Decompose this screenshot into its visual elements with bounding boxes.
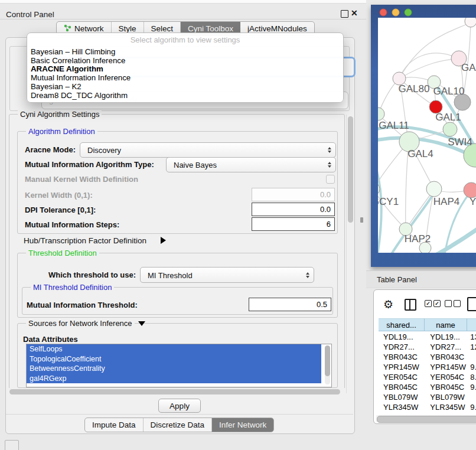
select-all-checkboxes-icon[interactable]: ✓✓ — [425, 300, 441, 307]
settings-horizontal-scrollbar[interactable] — [8, 388, 346, 396]
algorithm-popup-prompt: Select algorithm to view settings — [27, 35, 343, 44]
data-attributes-label: Data Attributes — [23, 335, 78, 344]
table-row[interactable]: YDR27...YDR27...12 — [379, 342, 476, 352]
node-hap4[interactable] — [426, 181, 442, 197]
which-threshold-value: MI Threshold — [148, 270, 193, 279]
mi-threshold-field[interactable]: 0.5 — [249, 298, 331, 311]
label-gal10: GAL10 — [433, 86, 465, 97]
tab-jactivemnodules-label: jActiveMNodules — [247, 24, 307, 33]
kernel-width-field[interactable]: 0.0 — [252, 188, 335, 201]
popup-item-basic-correlation[interactable]: Basic Correlation Inference — [31, 57, 340, 66]
label-hap4: HAP4 — [433, 196, 459, 207]
list-item-gal4rgexp[interactable]: gal4RGexp — [27, 374, 321, 384]
columns-icon[interactable] — [405, 299, 416, 311]
hub-expand-arrow-icon[interactable] — [161, 237, 166, 244]
table-row[interactable]: YIL052CYIL052C9 — [379, 412, 476, 415]
float-panel-icon[interactable] — [341, 10, 348, 18]
table-header-row: shared... name — [379, 318, 476, 331]
column-header-partial[interactable] — [467, 318, 476, 331]
manual-kernel-width-label: Manual Kernel Width Definition — [25, 175, 138, 184]
table-row[interactable]: YBR043CYBR043C — [379, 352, 476, 362]
deselect-all-checkboxes-icon[interactable] — [445, 300, 461, 307]
label-swi4: SWI4 — [448, 136, 472, 148]
column-header-shared-name[interactable]: shared... — [379, 318, 425, 331]
sources-collapse-arrow-icon[interactable] — [138, 321, 145, 326]
data-attributes-list[interactable]: SelfLoops TopologicalCoefficient Between… — [26, 344, 332, 387]
close-panel-icon[interactable]: ✕ — [351, 8, 358, 18]
algorithm-popup: Select algorithm to view settings Bayesi… — [27, 32, 344, 103]
node-gal1[interactable] — [443, 122, 457, 136]
mi-steps-label: Mutual Information Steps: — [25, 220, 119, 229]
tab-select-label: Select — [151, 24, 174, 33]
popup-item-dream8[interactable]: Dream8 DC_TDC Algorithm — [31, 92, 340, 100]
tab-infer-network[interactable]: Infer Network — [212, 418, 273, 432]
list-item-selfloops[interactable]: SelfLoops — [27, 344, 321, 354]
kernel-width-value: 0.0 — [320, 190, 331, 199]
kernel-width-label: Kernel Width (0,1): — [25, 191, 93, 200]
threshold-definition-title: Threshold Definition — [26, 249, 99, 257]
tab-network-label: Network — [74, 24, 104, 33]
aracne-mode-combobox[interactable]: Discovery — [80, 142, 336, 158]
mi-threshold-definition-title: MI Threshold Definition — [31, 283, 114, 292]
table-panel-title: Table Panel — [377, 275, 417, 284]
popup-item-mutual-information[interactable]: Mutual Information Inference — [31, 74, 340, 83]
dpi-tolerance-label: DPI Tolerance [0,1]: — [25, 206, 96, 214]
attribute-list-scrollbar[interactable] — [325, 345, 330, 384]
table-row[interactable]: YDL19...YDL19...13 — [379, 332, 476, 342]
tab-impute-data[interactable]: Impute Data — [85, 418, 144, 432]
mi-steps-field[interactable]: 6 — [252, 217, 335, 231]
app: Control Panel ✕ Network Style Select Cyn… — [0, 0, 476, 450]
table-row[interactable]: YBR045CYBR045C9. — [379, 382, 476, 392]
aracne-mode-value: Discovery — [87, 146, 121, 155]
tab-style-label: Style — [119, 24, 136, 33]
cyni-bottom-tabbar: Impute Data Discretize Data Infer Networ… — [84, 418, 274, 432]
sources-title: Sources for Network Inference — [26, 319, 135, 328]
label-gal4: GAL4 — [407, 148, 433, 159]
settings-vertical-scrollbar[interactable] — [346, 115, 354, 393]
algorithm-definition-title: Algorithm Definition — [26, 127, 97, 136]
tab-infer-network-label: Infer Network — [219, 420, 266, 429]
popup-item-aracne[interactable]: ARACNE Algorithm — [31, 65, 340, 74]
combo-stepper-icon — [306, 272, 309, 278]
table-row[interactable]: YLR345WYLR345W9. — [379, 402, 476, 412]
tab-discretize-data[interactable]: Discretize Data — [144, 418, 213, 432]
popup-item-bayesian-hill-climbing[interactable]: Bayesian – Hill Climbing — [31, 48, 340, 57]
tab-discretize-data-label: Discretize Data — [151, 420, 205, 429]
dpi-tolerance-field[interactable]: 0.0 — [252, 203, 335, 216]
cyni-algorithm-settings-title: Cyni Algorithm Settings — [18, 110, 102, 119]
panel-splitter-handle[interactable] — [360, 217, 363, 223]
table-row[interactable]: YER054CYER054C8. — [379, 372, 476, 382]
table-rows[interactable]: YDL19...YDL19...13 YDR27...YDR27...12 YB… — [379, 332, 476, 415]
table-row[interactable]: YPR145WYPR145W9. — [379, 362, 476, 372]
mac-zoom-button[interactable] — [405, 9, 412, 16]
table-toolbar: ⚙ ✓✓ — [374, 295, 476, 315]
list-item-betweennesscentrality[interactable]: BetweennessCentrality — [27, 364, 321, 374]
mi-algorithm-type-label: Mutual Information Algorithm Type: — [25, 160, 154, 169]
apply-button[interactable]: Apply — [158, 399, 201, 413]
table-panel-body: ⚙ ✓✓ shared... name YDL19...YDL19...13 Y… — [373, 289, 476, 424]
mac-close-button[interactable] — [380, 9, 387, 16]
column-header-name[interactable]: name — [425, 318, 467, 331]
which-threshold-label: Which threshold to use: — [48, 270, 136, 279]
network-view-window[interactable]: GAL GAL80 GAL10 GAL1 GAL11 SWI4 GAL4 GCY… — [371, 5, 476, 267]
manual-kernel-width-checkbox[interactable] — [326, 175, 335, 184]
control-panel-title: Control Panel — [6, 10, 54, 19]
corner-button-partial[interactable] — [5, 440, 19, 450]
mi-algorithm-type-value: Naive Bayes — [174, 161, 217, 169]
label-hap2: HAP2 — [405, 233, 431, 244]
gear-icon[interactable]: ⚙ — [383, 298, 393, 311]
network-canvas[interactable]: GAL GAL80 GAL10 GAL1 GAL11 SWI4 GAL4 GCY… — [371, 5, 476, 267]
mi-algorithm-type-combobox[interactable]: Naive Bayes — [166, 157, 336, 172]
table-horizontal-scrollbar[interactable] — [376, 415, 476, 422]
label-gal1: GAL1 — [435, 112, 461, 123]
popup-item-bayesian-k2[interactable]: Bayesian – K2 — [31, 83, 340, 92]
mac-minimize-button[interactable] — [392, 9, 399, 16]
mi-threshold-value: 0.5 — [317, 300, 327, 309]
hub-definition-label: Hub/Transcription Factor Definition — [24, 236, 146, 245]
which-threshold-combobox[interactable]: MI Threshold — [140, 267, 314, 283]
list-item-topologicalcoefficient[interactable]: TopologicalCoefficient — [27, 354, 321, 364]
dpi-tolerance-value: 0.0 — [320, 205, 331, 214]
table-row[interactable]: YBL079WYBL079W — [379, 392, 476, 402]
export-table-icon[interactable] — [467, 297, 476, 311]
control-panel-titlebar: Control Panel ✕ — [0, 4, 366, 19]
